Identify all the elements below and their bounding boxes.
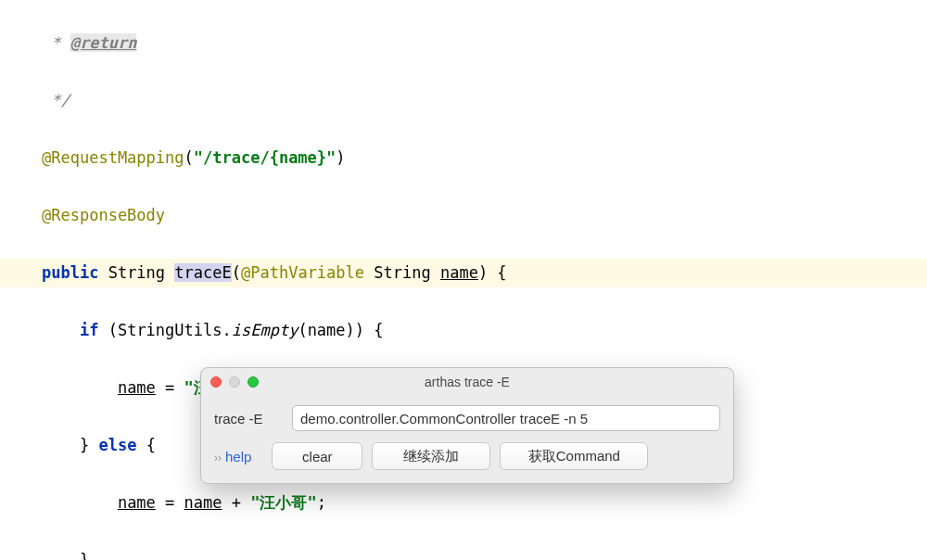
dialog-titlebar[interactable]: arthas trace -E [201, 368, 733, 396]
javadoc-return-tag: @return [70, 33, 137, 52]
arthas-dialog: arthas trace -E trace -E ››help clear 继续… [200, 367, 734, 484]
get-command-button[interactable]: 获取Command [500, 442, 648, 470]
clear-button[interactable]: clear [272, 442, 362, 470]
help-link[interactable]: ››help [214, 449, 262, 465]
minimize-icon[interactable] [229, 376, 240, 388]
continue-add-button[interactable]: 继续添加 [372, 442, 490, 470]
annotation-response-body: @ResponseBody [42, 206, 165, 224]
maximize-icon[interactable] [248, 376, 259, 388]
close-icon[interactable] [210, 376, 222, 388]
dialog-title: arthas trace -E [201, 375, 733, 389]
trace-label: trace -E [214, 411, 279, 426]
annotation-request-mapping: @RequestMapping [42, 148, 184, 167]
trace-input[interactable] [292, 405, 720, 431]
comment: */ [42, 86, 885, 115]
method-name: traceE [174, 263, 231, 282]
